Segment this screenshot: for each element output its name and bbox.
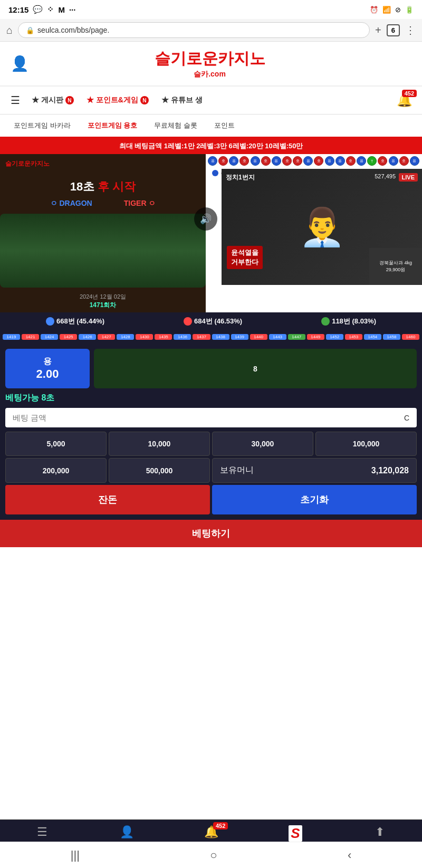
notification-bell[interactable]: 🔔 452	[392, 89, 417, 112]
url-bar[interactable]: 🔒 seulca.com/bbs/page.	[18, 22, 370, 38]
sub-nav-baccarat[interactable]: 포인트게임 바카라	[5, 115, 79, 137]
action-buttons: 잔돈 초기화	[5, 485, 417, 514]
round-cell: 1449	[306, 333, 325, 340]
status-bar: 12:15 💬 ⁘ M ··· ⏰ 📶 ⊘ 🔋	[0, 0, 422, 19]
round-grid: 1419142114241425142614271428143014351436…	[2, 333, 420, 340]
round-cell: 1438	[212, 333, 230, 340]
round-cell: 1440	[250, 333, 268, 340]
chat-icon: 💬	[33, 5, 43, 14]
stat-tie: 118번 (8.03%)	[321, 317, 376, 326]
nav-item-point-game[interactable]: ★ 포인트&게임 N	[80, 88, 155, 112]
bet-amount-row: C	[5, 408, 417, 427]
browser-menu-icon[interactable]: ⋮	[405, 24, 416, 36]
time-display: 12:15	[8, 5, 28, 14]
amount-200000[interactable]: 200,000	[5, 458, 107, 483]
dragon-btn-odds: 2.00	[21, 367, 74, 381]
game-info: 2024년 12월 02일 1471회차	[0, 293, 206, 310]
battery-icon: 🔋	[405, 6, 414, 14]
round-cell: 1437	[192, 333, 210, 340]
wallet-info: 보유머니 3,120,028	[212, 458, 417, 483]
round-cell: 1436	[173, 333, 191, 340]
floating-video-inner: 👨‍💼 LIVE 527,495 정치1번지 윤석열을거부한다 경북꿀사과 4k…	[222, 169, 422, 285]
stats-bar: 668번 (45.44%) 684번 (46.53%) 118번 (8.03%)	[0, 312, 422, 330]
round-cell: 1454	[363, 333, 382, 340]
bet-dragon-button[interactable]: 용 2.00	[5, 349, 90, 388]
bet-confirm-label: 베팅하기	[192, 528, 230, 539]
nav-item-youtube[interactable]: ★ 유튜브 생	[155, 88, 209, 112]
product-thumbnail: 경북꿀사과 4kg29,900원	[369, 248, 422, 285]
sound-button[interactable]: 🔊	[194, 207, 217, 231]
sub-nav-point-label: 포인트	[214, 121, 235, 129]
bet-amount-input[interactable]	[5, 408, 397, 427]
pattern-top: 용 호 용 호 용 호 용 호 호 용 호 용 용 호 용	[208, 156, 420, 166]
round-cell: 1419	[2, 333, 21, 340]
reset-button[interactable]: 초기화	[212, 485, 417, 514]
cancel-button[interactable]: 잔돈	[5, 485, 210, 514]
round-grid-container: 1419142114241425142614271428143014351436…	[0, 330, 422, 344]
amount-10000[interactable]: 10,000	[109, 432, 210, 456]
logo-sub-text: 슬카.com	[155, 70, 265, 79]
no-icon: ⊘	[395, 6, 401, 14]
nav-youtube-label: ★ 유튜브 생	[161, 96, 203, 105]
alarm-icon: ⏰	[370, 6, 378, 14]
bell-count: 452	[402, 90, 417, 97]
stat-tie-count: 118번 (8.03%)	[332, 317, 376, 326]
home-icon[interactable]: ⌂	[6, 24, 13, 36]
sub-nav-dragon-label: 포인트게임 용호	[88, 121, 138, 129]
amount-100000[interactable]: 100,000	[315, 432, 417, 456]
round-cell: 1453	[344, 333, 363, 340]
amount-5000[interactable]: 5,000	[5, 432, 107, 456]
sub-nav-dragon-tiger[interactable]: 포인트게임 용호	[79, 115, 146, 137]
round-cell: 1427	[97, 333, 116, 340]
dots-icon: ⁘	[47, 5, 54, 14]
hamburger-icon[interactable]: ☰	[5, 87, 25, 114]
round-cell: 1428	[116, 333, 135, 340]
amount-30000-label: 30,000	[252, 440, 274, 448]
nav-board-label: ★ 게시판	[32, 96, 63, 105]
product-label: 경북꿀사과 4kg29,900원	[378, 259, 413, 274]
ellipsis-icon: ···	[69, 5, 76, 14]
sub-nav-slot-label: 무료체험 슬롯	[154, 121, 197, 129]
amount-30000[interactable]: 30,000	[212, 432, 313, 456]
bet-tiger-area[interactable]: 8	[94, 349, 417, 388]
video-overlay-text: 윤석열을거부한다	[227, 246, 263, 269]
floating-video[interactable]: 👨‍💼 LIVE 527,495 정치1번지 윤석열을거부한다 경북꿀사과 4k…	[222, 169, 422, 285]
round-cell: 1435	[154, 333, 172, 340]
game-logo-overlay: 슬기로운카지노	[5, 159, 50, 168]
video-person-icon: 👨‍💼	[299, 205, 345, 249]
round-cell: 1425	[59, 333, 78, 340]
dragon-label: ㅇ DRAGON	[50, 199, 92, 208]
user-avatar-icon[interactable]: 👤	[11, 55, 29, 72]
stat-tiger: 684번 (46.53%)	[184, 317, 242, 326]
amount-100000-label: 100,000	[353, 440, 380, 448]
logo-main-text: 슬기로운카지노	[155, 48, 265, 70]
sub-nav-free-slot[interactable]: 무료체험 슬롯	[146, 115, 206, 137]
dragon-tiger-labels: ㅇ DRAGON TIGER ㅇ	[50, 199, 156, 208]
game-left: 슬기로운카지노 18초 후 시작 ㅇ DRAGON TIGER ㅇ 🔊	[0, 154, 206, 312]
round-cell: 1424	[40, 333, 59, 340]
stat-tiger-count: 684번 (46.53%)	[194, 317, 242, 326]
stat-tiger-dot	[184, 317, 192, 326]
bet-timer: 베팅가능 8초	[5, 393, 417, 404]
bet-buttons: 용 2.00 8	[5, 349, 417, 388]
bet-confirm-bar[interactable]: 베팅하기	[0, 520, 422, 547]
bet-tiger-placeholder: 8	[253, 365, 257, 373]
new-tab-icon[interactable]: +	[375, 24, 381, 36]
status-left: 12:15 💬 ⁘ M ···	[8, 5, 75, 14]
live-badge: LIVE	[399, 173, 418, 182]
bet-clear-button[interactable]: C	[397, 408, 417, 427]
amount-500000[interactable]: 500,000	[109, 458, 210, 483]
round-cell: 1439	[231, 333, 249, 340]
nav-item-board[interactable]: ★ 게시판 N	[25, 88, 80, 112]
game-round: 1471회차	[0, 301, 206, 310]
round-cell: 1458	[382, 333, 401, 340]
sub-nav-point[interactable]: 포인트	[206, 115, 243, 137]
tab-count[interactable]: 6	[387, 24, 400, 36]
wifi-icon: 📶	[382, 6, 391, 14]
view-count: 527,495	[375, 173, 396, 179]
betting-banner: 최대 베팅금액 1레벨:1만 2레벨:3만 6레벨:20만 10레벨:50만	[0, 138, 422, 154]
round-cell: 1460	[401, 333, 420, 340]
site-logo: 슬기로운카지노 슬카.com	[155, 48, 265, 79]
game-video: 슬기로운카지노 18초 후 시작 ㅇ DRAGON TIGER ㅇ 🔊	[0, 154, 206, 312]
carrier-icon: M	[58, 5, 65, 14]
